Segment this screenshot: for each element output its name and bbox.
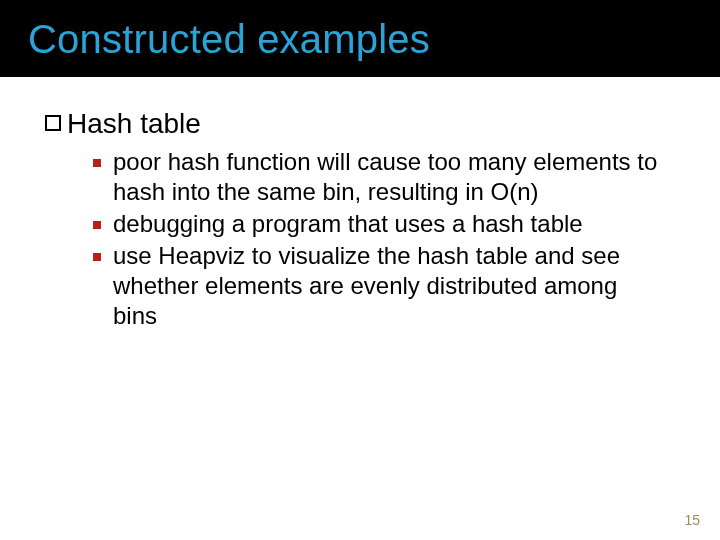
bullet-text: use Heapviz to visualize the hash table … — [113, 241, 665, 331]
slide: Constructed examples Hash table poor has… — [0, 0, 720, 540]
bullet-level2: use Heapviz to visualize the hash table … — [93, 241, 665, 331]
square-filled-icon — [93, 253, 101, 261]
bullet-level2: poor hash function will cause too many e… — [93, 147, 665, 207]
page-number: 15 — [684, 512, 700, 528]
title-bar: Constructed examples — [0, 0, 720, 74]
bullet-text: debugging a program that uses a hash tab… — [113, 209, 583, 239]
section-heading: Hash table — [67, 107, 201, 141]
bullet-level2: debugging a program that uses a hash tab… — [93, 209, 665, 239]
sub-bullet-list: poor hash function will cause too many e… — [93, 147, 665, 331]
square-filled-icon — [93, 159, 101, 167]
bullet-text: poor hash function will cause too many e… — [113, 147, 665, 207]
bullet-level1: Hash table — [45, 107, 665, 141]
slide-title: Constructed examples — [28, 18, 692, 60]
content-area: Hash table poor hash function will cause… — [0, 77, 720, 331]
square-filled-icon — [93, 221, 101, 229]
square-outline-icon — [45, 115, 61, 131]
